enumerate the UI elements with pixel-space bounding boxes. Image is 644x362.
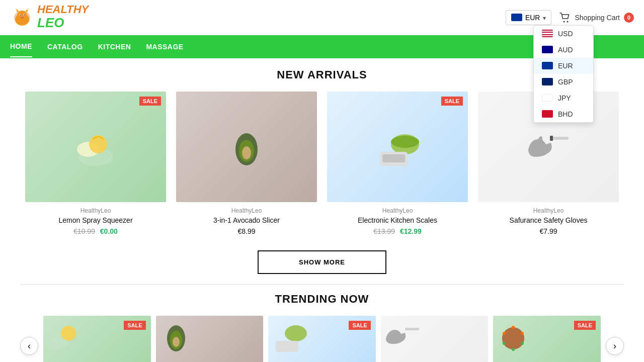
svg-point-17: [242, 146, 251, 159]
product-name-scale: Electronic Kitchen Scales: [327, 216, 468, 224]
product-card-lemon[interactable]: SALE HealthyLeo Lemon Spray Squeezer €10…: [25, 92, 166, 235]
trending-illustration-1: [43, 316, 84, 356]
svg-rect-22: [551, 137, 569, 140]
product-name-lemon: Lemon Spray Squeezer: [25, 216, 166, 224]
trending-image-5: SALE: [493, 316, 601, 362]
currency-option-jpy[interactable]: JPY: [534, 90, 593, 106]
trending-image-1: SALE: [43, 316, 151, 362]
product-card-avocado[interactable]: HealthyLeo 3-in-1 Avocado Slicer €8.99: [176, 92, 317, 235]
cart-label: Shopping Cart: [575, 14, 620, 22]
currency-option-gbp[interactable]: GBP: [534, 74, 593, 90]
svg-point-28: [173, 337, 180, 347]
flag-gbp: [542, 78, 553, 85]
flag-eur: [542, 62, 553, 69]
price-normal-avocado: €8.99: [237, 227, 255, 235]
product-image-wrap-avocado: [176, 92, 317, 202]
flag-aud: [542, 46, 553, 53]
trending-sale-badge-1: SALE: [124, 321, 145, 330]
avocado-illustration: [221, 122, 272, 172]
currency-code-jpy: JPY: [558, 94, 571, 102]
svg-point-14: [89, 135, 107, 153]
svg-rect-21: [382, 154, 405, 162]
flag-bhd: [542, 110, 553, 118]
carousel-prev-button[interactable]: ‹: [20, 337, 38, 355]
trending-image-4: [381, 316, 489, 362]
trending-section: TRENDING NOW ‹ SALE: [20, 293, 624, 362]
product-image-wrap-lemon: SALE: [25, 92, 166, 202]
svg-point-38: [521, 342, 524, 345]
show-more-button[interactable]: SHOW MORE: [258, 250, 386, 274]
price-original-lemon: €10.99: [73, 227, 95, 235]
currency-option-usd[interactable]: USD: [534, 26, 593, 42]
trending-card-5[interactable]: SALE: [493, 316, 601, 362]
trending-image-2: [156, 316, 264, 362]
trending-illustration-3: [268, 316, 308, 356]
svg-point-39: [503, 342, 506, 345]
chevron-down-icon: [543, 14, 546, 22]
cart-icon: [559, 13, 571, 23]
svg-point-37: [512, 348, 515, 351]
product-price-lemon: €10.99 €0.00: [25, 227, 166, 235]
currency-dropdown: USD AUD EUR GBP JPY BHD: [533, 25, 594, 123]
product-image-wrap-scale: SALE: [327, 92, 468, 202]
product-price-scale: €13.99 €12.99: [327, 227, 468, 235]
section-divider: [20, 284, 624, 285]
shopping-cart-button[interactable]: Shopping Cart 0: [559, 13, 634, 23]
trending-card-3[interactable]: SALE: [268, 316, 376, 362]
nav-item-home[interactable]: HOME: [10, 36, 32, 57]
product-price-avocado: €8.99: [176, 227, 317, 235]
product-name-glove: Safurance Safety Gloves: [478, 216, 619, 224]
cart-count: 0: [624, 13, 634, 23]
show-more-container: SHOW MORE: [20, 250, 624, 274]
price-sale-scale: €12.99: [400, 227, 422, 235]
product-brand-scale: HealthyLeo: [327, 207, 468, 214]
currency-label: EUR: [525, 14, 540, 22]
trending-illustration-4: [381, 316, 421, 356]
currency-code-bhd: BHD: [558, 110, 573, 118]
currency-option-aud[interactable]: AUD: [534, 42, 593, 58]
svg-point-36: [503, 332, 506, 335]
trending-carousel: ‹ SALE: [20, 316, 624, 362]
svg-point-29: [285, 325, 307, 341]
svg-rect-30: [276, 341, 298, 352]
svg-point-9: [14, 11, 30, 25]
carousel-next-button[interactable]: ›: [606, 337, 624, 355]
svg-point-33: [502, 327, 524, 349]
trending-card-1[interactable]: SALE: [43, 316, 151, 362]
price-original-scale: €13.99: [373, 227, 395, 235]
svg-rect-31: [405, 328, 419, 330]
header-right: EUR USD AUD EUR GBP JPY: [506, 10, 634, 25]
currency-code-aud: AUD: [558, 46, 573, 54]
trending-card-4[interactable]: [381, 316, 489, 362]
price-normal-glove: €7.99: [539, 227, 557, 235]
svg-point-34: [512, 326, 515, 329]
product-image-scale: [327, 92, 468, 202]
product-name-avocado: 3-in-1 Avocado Slicer: [176, 216, 317, 224]
currency-option-eur[interactable]: EUR: [534, 58, 593, 74]
logo[interactable]: HEALTHY LEO: [10, 4, 89, 31]
logo-icon: [10, 6, 34, 30]
svg-point-11: [567, 21, 569, 22]
nav-item-kitchen[interactable]: KITCHEN: [98, 37, 131, 57]
flag-usd: [542, 30, 553, 37]
trending-illustration-5: [493, 316, 533, 356]
logo-text: HEALTHY: [37, 4, 89, 15]
product-brand-lemon: HealthyLeo: [25, 207, 166, 214]
nav-item-catalog[interactable]: CATALOG: [47, 37, 83, 57]
currency-code-usd: USD: [558, 30, 573, 38]
currency-flag: [511, 14, 522, 21]
currency-option-bhd[interactable]: BHD: [534, 106, 593, 122]
product-card-scale[interactable]: SALE HealthyLeo Electronic Kitchen Scale…: [327, 92, 468, 235]
currency-selector[interactable]: EUR: [506, 10, 552, 25]
trending-sale-badge-3: SALE: [349, 321, 370, 330]
svg-point-10: [564, 21, 565, 22]
currency-code-eur: EUR: [558, 62, 573, 70]
trending-card-2[interactable]: [156, 316, 264, 362]
trending-sale-badge-5: SALE: [574, 321, 596, 330]
trending-items-list: SALE: [43, 316, 601, 362]
header: HEALTHY LEO EUR USD AUD EUR: [0, 0, 644, 35]
svg-point-35: [521, 332, 524, 335]
flag-jpy: [542, 94, 553, 102]
nav-item-massage[interactable]: MASSAGE: [146, 37, 183, 57]
product-brand-glove: HealthyLeo: [478, 207, 619, 214]
